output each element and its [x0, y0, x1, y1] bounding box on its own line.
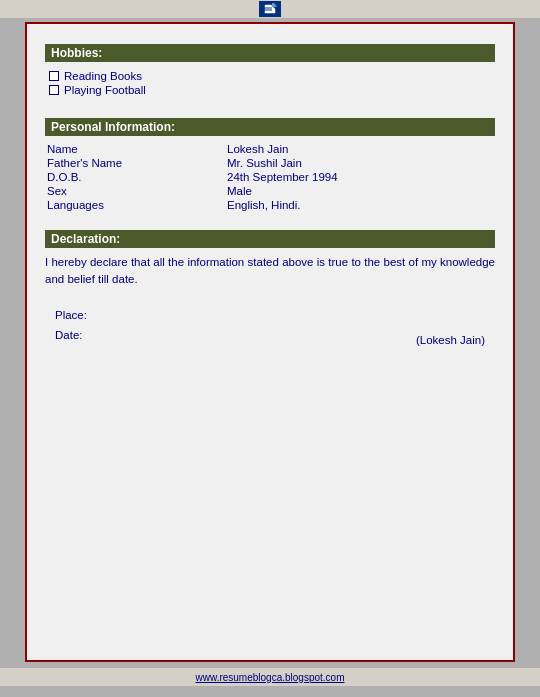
place-date-block: Place: Date: [55, 305, 87, 346]
document-icon [259, 1, 281, 17]
signature-section: Place: Date: (Lokesh Jain) [45, 305, 495, 346]
value-name: Lokesh Jain [225, 142, 495, 156]
place-label: Place: [55, 309, 87, 321]
date-row: Date: [55, 325, 87, 346]
table-row: Languages English, Hindi. [45, 198, 495, 212]
list-item: Reading Books [49, 70, 495, 82]
hobbies-list: Reading Books Playing Football [45, 68, 495, 100]
label-name: Name [45, 142, 225, 156]
hobbies-header: Hobbies: [45, 44, 495, 62]
label-dob: D.O.B. [45, 170, 225, 184]
hobby-label-1: Reading Books [64, 70, 142, 82]
value-languages: English, Hindi. [225, 198, 495, 212]
label-father: Father's Name [45, 156, 225, 170]
list-item: Playing Football [49, 84, 495, 96]
table-row: Name Lokesh Jain [45, 142, 495, 156]
bottom-bar: www.resumeblogca.blogspot.com [0, 668, 540, 686]
declaration-section: Declaration: I hereby declare that all t… [45, 230, 495, 289]
value-dob: 24th September 1994 [225, 170, 495, 184]
hobby-label-2: Playing Football [64, 84, 146, 96]
personal-info-section: Personal Information: Name Lokesh Jain F… [45, 118, 495, 212]
checkbox-2[interactable] [49, 85, 59, 95]
info-table: Name Lokesh Jain Father's Name Mr. Sushi… [45, 142, 495, 212]
top-bar [0, 0, 540, 18]
footer-url: www.resumeblogca.blogspot.com [196, 672, 345, 683]
place-row: Place: [55, 305, 87, 326]
personal-info-header: Personal Information: [45, 118, 495, 136]
declaration-text: I hereby declare that all the informatio… [45, 254, 495, 289]
date-label: Date: [55, 329, 83, 341]
checkbox-1[interactable] [49, 71, 59, 81]
declaration-header: Declaration: [45, 230, 495, 248]
value-father: Mr. Sushil Jain [225, 156, 495, 170]
table-row: Father's Name Mr. Sushil Jain [45, 156, 495, 170]
signature-name: (Lokesh Jain) [416, 334, 485, 346]
page-wrapper: Hobbies: Reading Books Playing Football … [25, 22, 515, 662]
label-sex: Sex [45, 184, 225, 198]
value-sex: Male [225, 184, 495, 198]
label-languages: Languages [45, 198, 225, 212]
hobbies-section: Hobbies: Reading Books Playing Football [45, 44, 495, 100]
table-row: D.O.B. 24th September 1994 [45, 170, 495, 184]
table-row: Sex Male [45, 184, 495, 198]
signature-row: Place: Date: (Lokesh Jain) [55, 305, 485, 346]
